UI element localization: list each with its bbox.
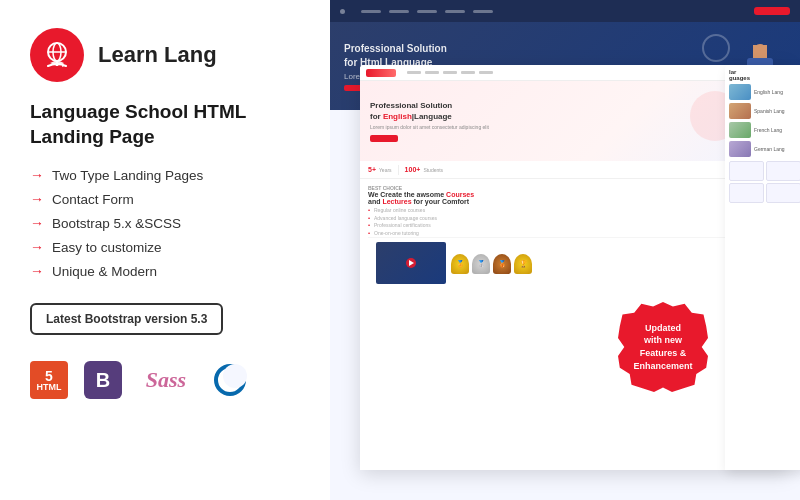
sticker-text: Updated with new Features & Enhancement [633, 322, 692, 372]
nav-item [417, 10, 437, 13]
main-heading: Language School HTML Landing Page [30, 100, 300, 149]
medals-row: 🏅 🥈 🥉 🏆 [451, 254, 532, 274]
medals-section: 🏅 🥈 🥉 🏆 [451, 251, 532, 274]
content-title: BEST CHOICE We Create the awsome Courses… [368, 185, 770, 205]
features-list: → Two Type Landing Pages → Contact Form … [30, 167, 300, 287]
preview-hero-title: Professional Solutionfor English|Languag… [370, 100, 730, 122]
nav-bar-items [361, 10, 493, 13]
right-card [766, 183, 800, 203]
right-col-title: larguages [729, 69, 800, 81]
right-col-item: English Lang [729, 84, 800, 100]
preview-video-area: 🏅 🥈 🥉 🏆 [368, 237, 770, 287]
bootstrap-icon: B [84, 361, 122, 399]
nav-item [445, 10, 465, 13]
preview-nav-link [407, 71, 421, 74]
preview-nav-links [407, 71, 493, 74]
preview-nav-link [461, 71, 475, 74]
item-image [729, 122, 751, 138]
list-item: → Two Type Landing Pages [30, 167, 300, 183]
right-card [729, 161, 764, 181]
right-cards [729, 161, 800, 203]
stat-students: 100+ Students [405, 166, 444, 173]
medal-4: 🏆 [514, 254, 532, 274]
nav-item [473, 10, 493, 13]
arrow-icon: → [30, 215, 44, 231]
item-text: English Lang [754, 89, 783, 96]
medal-silver: 🥈 [472, 254, 490, 274]
right-card [766, 161, 800, 181]
preview-logo-small [366, 69, 396, 77]
preview-left-content: BEST CHOICE We Create the awsome Courses… [360, 179, 779, 470]
preview-nav-link [443, 71, 457, 74]
stat-divider [398, 165, 399, 175]
preview-nav-link [479, 71, 493, 74]
preview-hero-desc: Lorem ipsum dolor sit amet consectetur a… [370, 124, 730, 131]
preview-hero-content: Professional Solutionfor English|Languag… [370, 100, 730, 142]
right-card [729, 183, 764, 203]
list-item: Advanced language courses [368, 215, 770, 221]
nav-item [389, 10, 409, 13]
item-text: Spanish Lang [754, 108, 785, 115]
play-button[interactable] [406, 258, 416, 268]
logo-circle [30, 28, 84, 82]
logo-title: Learn Lang [98, 42, 217, 68]
item-text: German Lang [754, 146, 785, 153]
update-sticker: Updated with new Features & Enhancement [618, 302, 708, 392]
medal-gold: 🏅 [451, 254, 469, 274]
bootstrap-badge[interactable]: Latest Bootstrap version 5.3 [30, 303, 223, 335]
right-col-items: English Lang Spanish Lang French Lang Ge… [729, 84, 800, 157]
preview-nav-link [425, 71, 439, 74]
svg-point-6 [223, 364, 247, 388]
logo-row: Learn Lang [30, 28, 300, 82]
medal-bronze: 🥉 [493, 254, 511, 274]
list-item: → Unique & Modern [30, 263, 300, 279]
list-item: → Easy to customize [30, 239, 300, 255]
logo-icon [42, 40, 72, 70]
list-item: Professional certifications [368, 222, 770, 228]
arrow-icon: → [30, 191, 44, 207]
jquery-icon [210, 361, 250, 399]
list-item: One-on-one tutoring [368, 230, 770, 236]
right-panel: Professional Solutionfor Html Language L… [330, 0, 800, 500]
html5-icon: 5 HTML [30, 361, 68, 399]
nav-cta-btn-small [754, 7, 790, 15]
item-text: French Lang [754, 127, 782, 134]
sticker-shape: Updated with new Features & Enhancement [618, 302, 708, 392]
item-image [729, 103, 751, 119]
list-item: Regular online courses [368, 207, 770, 213]
preview-right-column: larguages English Lang Spanish Lang Fren… [725, 65, 800, 470]
decorative-circle [702, 34, 730, 62]
right-col-item: Spanish Lang [729, 103, 800, 119]
arrow-icon: → [30, 263, 44, 279]
nav-item [361, 10, 381, 13]
content-list: Regular online courses Advanced language… [368, 207, 770, 236]
tech-icons-row: 5 HTML B Sass [30, 361, 300, 399]
preview-top-nav [330, 0, 800, 22]
arrow-icon: → [30, 167, 44, 183]
nav-dot [340, 9, 345, 14]
right-col-item: French Lang [729, 122, 800, 138]
sass-icon: Sass [138, 361, 194, 399]
right-col-item: German Lang [729, 141, 800, 157]
preview-hero-btn [370, 135, 398, 142]
arrow-icon: → [30, 239, 44, 255]
list-item: → Bootstrap 5.x &SCSS [30, 215, 300, 231]
stat-years: 5+ Years [368, 166, 392, 173]
item-image [729, 141, 751, 157]
video-thumbnail [376, 242, 446, 284]
svg-rect-4 [62, 63, 64, 67]
item-image [729, 84, 751, 100]
left-panel: Learn Lang Language School HTML Landing … [0, 0, 330, 500]
list-item: → Contact Form [30, 191, 300, 207]
